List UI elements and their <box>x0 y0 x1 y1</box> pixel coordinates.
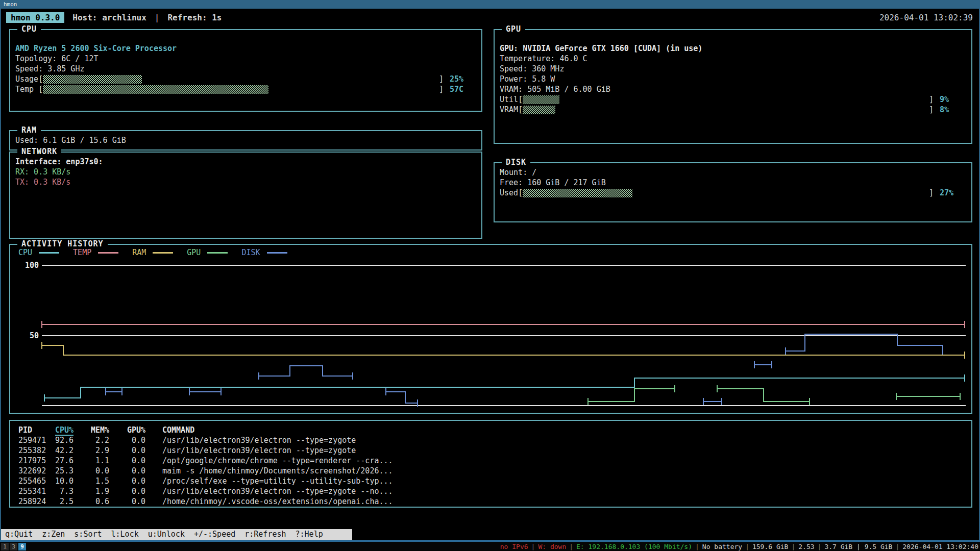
process-row[interactable]: 25538242.22.90.0/usr/lib/electron39/elec… <box>10 445 971 456</box>
help-bar: q:Quitz:Zens:Sortl:Locku:Unlock+/-:Speed… <box>1 529 352 540</box>
gpu-panel: GPU GPU: NVIDIA GeForce GTX 1660 [CUDA] … <box>494 29 972 144</box>
disk-panel: DISK Mount: / Free: 160 GiB / 217 GiB Us… <box>494 162 972 222</box>
process-row[interactable]: 21797527.61.10.0/opt/google/chrome/chrom… <box>10 456 971 466</box>
legend-line-swatch <box>153 252 173 254</box>
process-row[interactable]: 25546510.01.50.0/proc/self/exe --type=ut… <box>10 476 971 486</box>
process-cpu: 42.2 <box>50 445 74 456</box>
series-gpu <box>588 389 675 402</box>
meter-bar-row: Temp []57C <box>15 84 476 94</box>
help-shortcut-speed[interactable]: +/-:Speed <box>194 529 235 540</box>
workspace-tag-3[interactable]: 3 <box>10 543 17 550</box>
bar-bracket-open: [ <box>38 74 43 84</box>
meter-bar-row: Usage[]25% <box>15 74 476 84</box>
legend-label: DISK <box>241 248 260 257</box>
process-pid: 255341 <box>18 486 50 496</box>
process-gpu: 0.0 <box>109 466 145 476</box>
process-cpu: 92.6 <box>50 435 74 445</box>
legend-label: RAM <box>132 248 146 257</box>
bar-fill <box>43 75 142 84</box>
sort-column-header: CPU% <box>55 425 74 436</box>
help-shortcut-refresh[interactable]: r:Refresh <box>244 529 286 540</box>
bar-label: Used <box>500 188 518 198</box>
help-shortcut-help[interactable]: ?:Help <box>296 529 323 540</box>
bar-bracket-open: [ <box>38 84 43 94</box>
process-row[interactable]: 25947192.62.20.0/usr/lib/electron39/elec… <box>10 435 971 445</box>
gpu-speed: Speed: 360 MHz <box>500 64 966 74</box>
window-titlebar[interactable]: hmon <box>0 0 980 9</box>
status-segment: 2.53 <box>798 543 814 550</box>
process-gpu: 0.0 <box>109 445 145 456</box>
help-shortcut-sort[interactable]: s:Sort <box>74 529 102 540</box>
help-shortcut-quit[interactable]: q:Quit <box>5 529 33 540</box>
host-label: Host: archlinux <box>72 13 146 22</box>
process-command: /usr/lib/electron39/electron --type=zygo… <box>162 486 393 496</box>
legend-line-swatch <box>98 252 118 254</box>
meter-bar-row: Used[]27% <box>500 188 966 198</box>
cpu-panel-title: CPU <box>17 24 41 34</box>
help-shortcut-zen[interactable]: z:Zen <box>42 529 65 540</box>
process-gpu: 0.0 <box>109 496 145 507</box>
legend-item-ram: RAM <box>132 248 173 257</box>
series-disk <box>386 392 417 403</box>
network-interface: Interface: enp37s0: <box>15 157 476 167</box>
bar-bracket-close: ] <box>439 74 444 84</box>
bar-value: 25% <box>450 74 468 84</box>
bar-track <box>523 95 929 104</box>
series-gpu <box>717 389 810 402</box>
status-separator: | <box>531 543 535 550</box>
help-shortcut-lock[interactable]: l:Lock <box>111 529 139 540</box>
process-cpu: 27.6 <box>50 456 74 466</box>
bar-bracket-open: [ <box>518 94 523 105</box>
y-axis-tick-label: 50 <box>30 331 39 340</box>
cpu-bars: Usage[]25%Temp []57C <box>15 74 476 94</box>
gpu-vram: VRAM: 505 MiB / 6.00 GiB <box>500 84 966 94</box>
legend-item-temp: TEMP <box>73 248 118 257</box>
column-header-pid[interactable]: PID <box>18 425 50 435</box>
bar-fill <box>523 95 559 104</box>
legend-line-swatch <box>207 252 228 254</box>
column-header-command[interactable]: COMMAND <box>162 425 194 435</box>
process-row[interactable]: 32269225.30.00.0maim -s /home/chinmoy/Do… <box>10 466 971 476</box>
process-cpu: 10.0 <box>50 476 74 486</box>
cpu-panel: CPU AMD Ryzen 5 2600 Six-Core Processor … <box>9 29 482 112</box>
process-gpu: 0.0 <box>109 476 145 486</box>
status-separator: | <box>745 543 749 550</box>
bar-fill <box>523 189 632 197</box>
process-command: /usr/lib/electron39/electron --type=zygo… <box>162 445 356 456</box>
status-segment: W: down <box>538 543 566 550</box>
legend-item-cpu: CPU <box>18 248 59 257</box>
column-header-mempct[interactable]: MEM% <box>74 425 109 435</box>
process-gpu: 0.0 <box>109 456 145 466</box>
status-segment: 3.7 GiB | 9.5 GiB <box>824 543 892 550</box>
gpu-bars: Util[]9%VRAM[]8% <box>500 94 966 115</box>
process-command: /proc/self/exe --type=utility --utility-… <box>162 476 393 486</box>
column-header-gpupct[interactable]: GPU% <box>109 425 145 435</box>
column-header-cpupct[interactable]: CPU% <box>50 425 74 435</box>
workspace-tag-9[interactable]: 9 <box>18 543 26 550</box>
y-axis-tick-label: 100 <box>25 261 39 270</box>
process-mem: 2.9 <box>74 445 109 456</box>
cpu-topology: Topology: 6C / 12T <box>15 54 476 64</box>
ram-panel-title: RAM <box>17 126 41 135</box>
process-gpu: 0.0 <box>109 435 145 445</box>
process-pid: 217975 <box>18 456 50 466</box>
legend-label: GPU <box>187 248 201 257</box>
gpu-power: Power: 5.8 W <box>500 74 966 84</box>
process-row[interactable]: 2553417.31.90.0/usr/lib/electron39/elect… <box>10 486 971 496</box>
bar-bracket-close: ] <box>439 84 444 94</box>
process-row[interactable]: 2589242.50.60.0/home/chinmoy/.vscode-oss… <box>10 496 971 507</box>
help-shortcut-unlock[interactable]: u:Unlock <box>148 529 185 540</box>
legend-label: TEMP <box>73 248 91 257</box>
bar-fill <box>523 106 555 114</box>
status-segment: 2026-04-01 13:02:40 <box>902 543 978 550</box>
status-segment: E: 192.168.0.103 (100 Mbit/s) <box>576 543 692 550</box>
network-tx: TX: 0.3 KB/s <box>15 177 476 187</box>
process-pid: 322692 <box>18 466 50 476</box>
header-separator: | <box>155 13 160 22</box>
disk-bars: Used[]27% <box>500 188 966 198</box>
process-table-panel: PIDCPU%MEM%GPU%COMMAND25947192.62.20.0/u… <box>9 420 972 508</box>
status-separator: | <box>695 543 699 550</box>
bar-label: VRAM <box>500 105 518 115</box>
workspace-tag-1[interactable]: 1 <box>1 543 9 550</box>
process-mem: 0.6 <box>74 496 109 507</box>
